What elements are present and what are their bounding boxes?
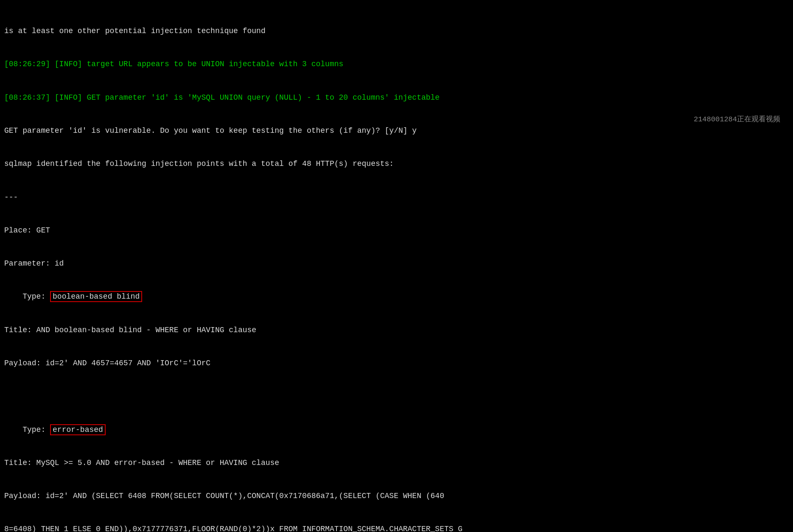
line-payload2: Payload: id=2' AND (SELECT 6408 FROM(SEL… xyxy=(4,490,789,501)
line-6: --- xyxy=(4,192,789,203)
highlight-boolean: boolean-based blind xyxy=(50,291,142,302)
highlight-error: error-based xyxy=(50,424,106,435)
line-payload1: Payload: id=2' AND 4657=4657 AND 'IOrC'=… xyxy=(4,358,789,369)
line-type1: Type: boolean-based blind xyxy=(4,291,789,302)
line-blank1 xyxy=(4,391,789,402)
line-3: [08:26:37] [INFO] GET parameter 'id' is … xyxy=(4,92,789,103)
line-4: GET parameter 'id' is vulnerable. Do you… xyxy=(4,125,789,136)
line-8: Parameter: id xyxy=(4,258,789,269)
line-type2: Type: error-based xyxy=(4,424,789,435)
type-label-prefix2: Type: xyxy=(22,426,50,434)
line-payload2b: 8=6408) THEN 1 ELSE 0 END)),0x7177776371… xyxy=(4,524,789,532)
line-1: is at least one other potential injectio… xyxy=(4,25,789,36)
line-title2: Title: MySQL >= 5.0 AND error-based - WH… xyxy=(4,457,789,468)
line-7: Place: GET xyxy=(4,225,789,236)
watermark-top-right: 2148001284正在观看视频 xyxy=(694,115,780,125)
terminal-output: is at least one other potential injectio… xyxy=(0,0,793,532)
line-title1: Title: AND boolean-based blind - WHERE o… xyxy=(4,325,789,336)
line-5: sqlmap identified the following injectio… xyxy=(4,158,789,169)
line-2: [08:26:29] [INFO] target URL appears to … xyxy=(4,59,789,70)
type-label-prefix: Type: xyxy=(22,292,50,301)
